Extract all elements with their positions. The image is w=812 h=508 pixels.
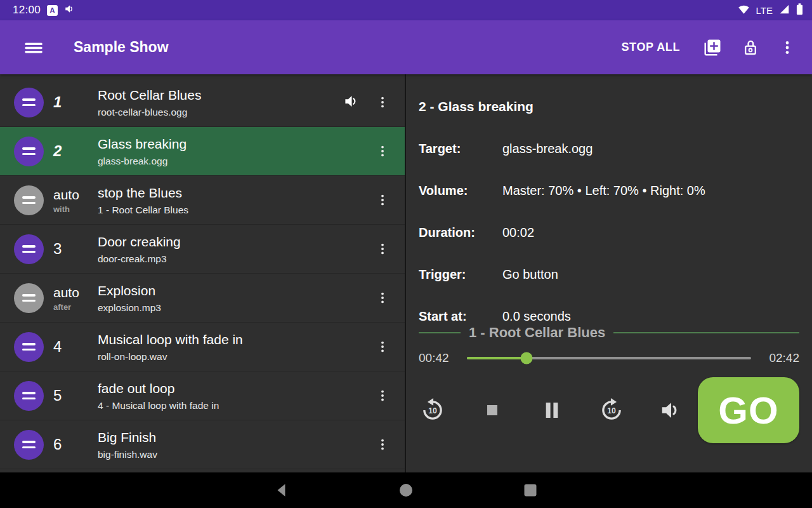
volume-icon[interactable] [651, 390, 691, 431]
cue-row-actions [370, 284, 395, 311]
cue-playing-icon [343, 93, 360, 112]
cue-menu-icon[interactable] [370, 431, 395, 458]
cue-menu-icon[interactable] [370, 236, 395, 262]
player-controls-row: 10 10 [406, 375, 812, 445]
pause-icon[interactable] [532, 390, 572, 431]
cue-auto-mode-label: after [53, 302, 93, 312]
cue-row[interactable]: 6 Big Finish big-finish.wav [0, 420, 405, 469]
app-notification-icon: A [47, 5, 58, 16]
battery-icon [796, 3, 803, 18]
detail-field-label: Trigger: [419, 266, 502, 283]
add-cue-icon[interactable] [698, 33, 727, 62]
cue-subtitle: explosion.mp3 [98, 302, 365, 314]
cue-row[interactable]: auto after Explosion explosion.mp3 [0, 274, 405, 323]
cue-auto-mode-label: with [53, 204, 93, 214]
seek-bar-fill [467, 357, 527, 359]
player-panel: 1 - Root Cellar Blues 00:42 02:42 10 [406, 322, 812, 472]
drag-handle[interactable] [14, 137, 44, 166]
cue-row-actions [370, 138, 395, 164]
cue-number-block: 2 [53, 143, 93, 159]
seek-bar-thumb[interactable] [521, 352, 533, 364]
cue-text: Glass breaking glass-break.ogg [98, 136, 365, 167]
cue-detail-scroll[interactable]: 2 - Glass breaking Target: glass-break.o… [406, 74, 812, 322]
drag-handle[interactable] [14, 430, 44, 460]
nav-back-icon[interactable] [266, 475, 297, 505]
cue-number: auto [53, 284, 93, 301]
status-bar: 12:00 A LTE [0, 0, 812, 20]
cue-row[interactable]: 5 fade out loop 4 - Musical loop with fa… [0, 371, 405, 420]
hamburger-menu-button[interactable] [18, 33, 49, 62]
svg-text:10: 10 [428, 406, 437, 415]
drag-handle[interactable] [14, 381, 44, 411]
lock-open-icon[interactable] [736, 33, 765, 62]
drag-handle[interactable] [14, 234, 44, 264]
cue-row[interactable]: 4 Musical loop with fade in roll-on-loop… [0, 323, 405, 371]
cue-menu-icon[interactable] [370, 284, 395, 311]
detail-field-row: Volume: Master: 70% • Left: 70% • Right:… [419, 182, 799, 199]
app-bar-actions: STOP ALL [613, 33, 801, 62]
cue-detail-panel: 2 - Glass breaking Target: glass-break.o… [406, 74, 812, 472]
detail-field-value: glass-break.ogg [502, 140, 799, 157]
cue-menu-icon[interactable] [370, 333, 395, 360]
go-button[interactable]: GO [698, 377, 799, 443]
cue-title: fade out loop [98, 380, 365, 397]
total-time: 02:42 [765, 351, 799, 365]
replay-10-icon[interactable]: 10 [412, 390, 453, 431]
stop-all-button[interactable]: STOP ALL [613, 34, 689, 60]
nav-home-icon[interactable] [391, 475, 421, 505]
cue-number-block: 1 [53, 94, 93, 110]
cue-subtitle: 4 - Musical loop with fade in [98, 400, 365, 411]
cue-title: Glass breaking [98, 136, 365, 152]
android-nav-bar [0, 472, 812, 508]
cue-text: fade out loop 4 - Musical loop with fade… [98, 380, 365, 411]
cue-text: Big Finish big-finish.wav [98, 429, 365, 460]
nav-recents-icon[interactable] [515, 475, 546, 505]
detail-field-value: Master: 70% • Left: 70% • Right: 0% [502, 182, 799, 199]
volume-status-icon [64, 3, 75, 17]
wifi-icon [738, 4, 750, 17]
now-playing-row: 1 - Root Cellar Blues [419, 324, 799, 341]
cue-row-actions [370, 431, 395, 458]
cue-row[interactable]: auto with stop the Blues 1 - Root Cellar… [0, 176, 405, 225]
cue-menu-icon[interactable] [370, 89, 395, 116]
detail-field-value: Go button [502, 266, 799, 283]
cue-row-actions [370, 382, 395, 409]
cue-number: auto [53, 187, 93, 203]
app-screen: 12:00 A LTE Sample Show STOP ALL [0, 0, 812, 508]
cue-title: stop the Blues [98, 185, 365, 201]
detail-field-label: Volume: [419, 182, 502, 199]
cue-detail-title: 2 - Glass breaking [419, 98, 799, 115]
cue-number: 5 [53, 387, 93, 404]
drag-handle[interactable] [14, 185, 44, 215]
svg-text:10: 10 [607, 406, 616, 415]
drag-handle[interactable] [14, 283, 44, 313]
status-bar-right: LTE [738, 3, 803, 18]
cue-row[interactable]: 2 Glass breaking glass-break.ogg [0, 127, 405, 176]
clock: 12:00 [13, 4, 41, 17]
transport-controls: 10 10 [412, 390, 691, 431]
cell-signal-icon [779, 4, 790, 17]
cue-menu-icon[interactable] [370, 187, 395, 213]
cue-number: 6 [53, 436, 93, 453]
drag-handle[interactable] [14, 88, 44, 117]
cue-menu-icon[interactable] [370, 382, 395, 409]
cue-number: 1 [53, 94, 93, 110]
cue-row[interactable]: 1 Root Cellar Blues root-cellar-blues.og… [0, 78, 405, 127]
drag-handle[interactable] [14, 332, 44, 362]
stop-icon[interactable] [472, 390, 513, 431]
cue-subtitle: roll-on-loop.wav [98, 351, 365, 363]
cue-text: stop the Blues 1 - Root Cellar Blues [98, 185, 365, 216]
cue-number-block: 6 [53, 436, 93, 453]
status-bar-left: 12:00 A [13, 3, 75, 17]
cue-row-actions [343, 89, 395, 116]
seek-row: 00:42 02:42 [419, 350, 799, 366]
seek-bar[interactable] [467, 357, 751, 359]
detail-field-value: 00:02 [502, 224, 799, 241]
overflow-menu-icon[interactable] [774, 33, 801, 62]
cue-menu-icon[interactable] [370, 138, 395, 164]
cue-row[interactable]: 3 Door creaking door-creak.mp3 [0, 225, 405, 274]
cue-subtitle: big-finish.wav [98, 449, 365, 460]
detail-field-value: 0.0 seconds [502, 308, 799, 322]
cue-text: Explosion explosion.mp3 [98, 283, 365, 314]
forward-10-icon[interactable]: 10 [591, 390, 632, 431]
